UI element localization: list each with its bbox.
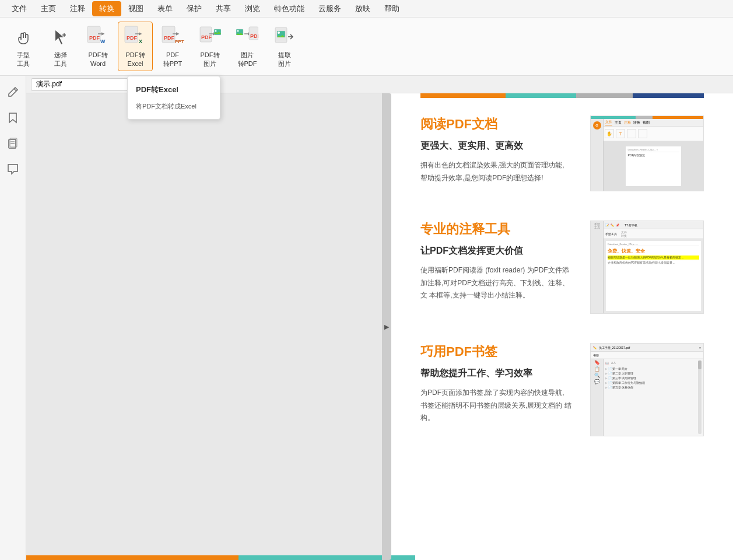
menu-convert[interactable]: 转换 — [92, 1, 121, 16]
pdf-section-annotate: 专业的注释工具 让PDF文档发挥更大价值 使用福昕PDF阅读器 (foxit r… — [420, 220, 704, 314]
svg-rect-11 — [214, 29, 221, 35]
svg-text:X: X — [139, 38, 142, 44]
read-desc: 拥有出色的文档渲染效果,强大的页面管理功能, 帮助提升效率,是您阅读PDF的理想… — [420, 159, 573, 184]
bookmark-preview: ✏️ 员工手册_20120917.pdf × 书签 🔖 📋 🔍 💬 — [590, 343, 704, 436]
pdf-to-ppt-label: PDF转PPT — [163, 51, 182, 68]
collapse-button[interactable]: ▶ — [382, 93, 391, 560]
menu-browse[interactable]: 浏览 — [238, 1, 267, 16]
pdf-to-ppt-button[interactable]: PDF PPT PDF转PPT — [155, 22, 190, 71]
color-bar-teal — [506, 93, 577, 98]
menu-home[interactable]: 主页 — [34, 1, 63, 16]
bottom-color-bar — [26, 555, 733, 560]
pdf-text-bookmark: 巧用PDF书签 帮助您提升工作、学习效率 为PDF页面添加书签,除了实现内容的快… — [420, 343, 573, 436]
menu-file[interactable]: 文件 — [5, 1, 34, 16]
color-bar-gray — [576, 93, 633, 98]
pdf-ppt-icon: PDF PPT — [161, 25, 184, 48]
image-to-pdf-button[interactable]: PDF 图片转PDF — [230, 22, 265, 71]
svg-text:W: W — [100, 38, 106, 44]
svg-text:PDF: PDF — [127, 35, 138, 41]
menu-present[interactable]: 放映 — [348, 1, 377, 16]
color-bar — [420, 93, 704, 98]
svg-text:PDF: PDF — [89, 35, 100, 41]
select-tool-label: 选择工具 — [54, 51, 67, 68]
left-panel — [26, 93, 382, 560]
annotate-preview: 手型工具 📝✏️📌 TT 打字机 手型工具 文件转换 — [590, 220, 704, 314]
menu-view[interactable]: 视图 — [121, 1, 150, 16]
dropdown-subtitle: 将PDF文档转成Excel — [128, 99, 220, 114]
select-tool-button[interactable]: 选择工具 — [43, 22, 78, 71]
svg-text:PDF: PDF — [201, 34, 212, 40]
cursor-icon — [49, 25, 72, 48]
pdf-to-word-button[interactable]: PDF W PDF转Word — [80, 22, 115, 71]
pdf-word-icon: PDF W — [86, 25, 110, 48]
right-panel: 阅读PDF文档 更强大、更实用、更高效 拥有出色的文档渲染效果,强大的页面管理功… — [391, 93, 733, 560]
svg-text:PDF: PDF — [250, 33, 258, 39]
read-subtitle: 更强大、更实用、更高效 — [420, 140, 573, 152]
bottom-bar-orange — [26, 555, 239, 560]
menu-help[interactable]: 帮助 — [377, 1, 406, 16]
menu-feature[interactable]: 特色功能 — [267, 1, 311, 16]
svg-point-12 — [215, 30, 217, 32]
pdf-section-bookmark: 巧用PDF书签 帮助您提升工作、学习效率 为PDF页面添加书签,除了实现内容的快… — [420, 343, 704, 436]
extract-image-button[interactable]: 提取图片 — [267, 22, 302, 71]
pdf-to-word-label: PDF转Word — [89, 51, 108, 68]
annotate-subtitle: 让PDF文档发挥更大价值 — [420, 245, 573, 257]
pdf-excel-icon: PDF X — [124, 25, 147, 48]
bookmark-subtitle: 帮助您提升工作、学习效率 — [420, 368, 573, 380]
pages-icon[interactable] — [2, 133, 23, 154]
bookmark-icon[interactable] — [2, 107, 23, 128]
hand-icon — [12, 25, 35, 48]
color-bar-orange — [420, 93, 506, 98]
image-to-pdf-label: 图片转PDF — [238, 51, 257, 68]
svg-point-19 — [278, 32, 280, 34]
color-bar-blue — [633, 93, 704, 98]
dropdown-popup: PDF转Excel 将PDF文档转成Excel — [127, 76, 220, 120]
svg-text:PDF: PDF — [164, 35, 175, 41]
pencil-icon[interactable] — [2, 82, 23, 103]
pdf-to-image-label: PDF转图片 — [201, 51, 220, 68]
menu-annotate[interactable]: 注释 — [63, 1, 92, 16]
menu-table[interactable]: 表单 — [150, 1, 180, 16]
dropdown-title[interactable]: PDF转Excel — [128, 81, 220, 99]
bookmark-desc: 为PDF页面添加书签,除了实现内容的快速导航, 书签还能指明不同书签的层级关系,… — [420, 387, 573, 425]
pdf-image-icon: PDF — [198, 25, 222, 48]
comment-icon[interactable] — [2, 159, 23, 180]
left-sidebar — [0, 76, 26, 560]
pdf-text-annotate: 专业的注释工具 让PDF文档发挥更大价值 使用福昕PDF阅读器 (foxit r… — [420, 220, 573, 314]
pdf-to-excel-label: PDF转Excel — [126, 51, 145, 68]
annotate-title: 专业的注释工具 — [420, 220, 573, 238]
pdf-section-read: 阅读PDF文档 更强大、更实用、更高效 拥有出色的文档渲染效果,强大的页面管理功… — [420, 116, 704, 191]
annotate-desc: 使用福昕PDF阅读器 (foxit reader) 为PDF文件添 加注释,可对… — [420, 264, 573, 302]
hand-tool-button[interactable]: 手型工具 — [6, 22, 41, 71]
bookmark-title: 巧用PDF书签 — [420, 343, 573, 360]
menu-share[interactable]: 共享 — [209, 1, 238, 16]
pdf-to-image-button[interactable]: PDF PDF转图片 — [192, 22, 227, 71]
read-title: 阅读PDF文档 — [420, 116, 573, 133]
pdf-text-read: 阅读PDF文档 更强大、更实用、更高效 拥有出色的文档渲染效果,强大的页面管理功… — [420, 116, 573, 191]
extract-icon — [273, 25, 296, 48]
pdf-to-excel-button[interactable]: PDF X PDF转Excel — [118, 22, 153, 71]
extract-image-label: 提取图片 — [278, 51, 291, 68]
toolbar: 手型工具 选择工具 PDF W PDF转Word — [0, 18, 733, 76]
menu-bar: 文件 主页 注释 转换 视图 表单 保护 共享 浏览 特色功能 云服务 放映 帮… — [0, 0, 733, 18]
menu-protect[interactable]: 保护 — [180, 1, 209, 16]
svg-text:PPT: PPT — [175, 39, 184, 44]
menu-cloud[interactable]: 云服务 — [311, 1, 348, 16]
main-content: ▶ 阅读PDF文档 更强大、更实用、更高效 拥有出色的文档渲染效果,强大的页面管… — [26, 93, 733, 560]
read-preview: G 文件 主页 注释 转换 视图 ✋ — [590, 116, 704, 191]
image-pdf-icon: PDF — [236, 25, 259, 48]
hand-tool-label: 手型工具 — [17, 51, 30, 68]
svg-point-14 — [237, 30, 239, 32]
